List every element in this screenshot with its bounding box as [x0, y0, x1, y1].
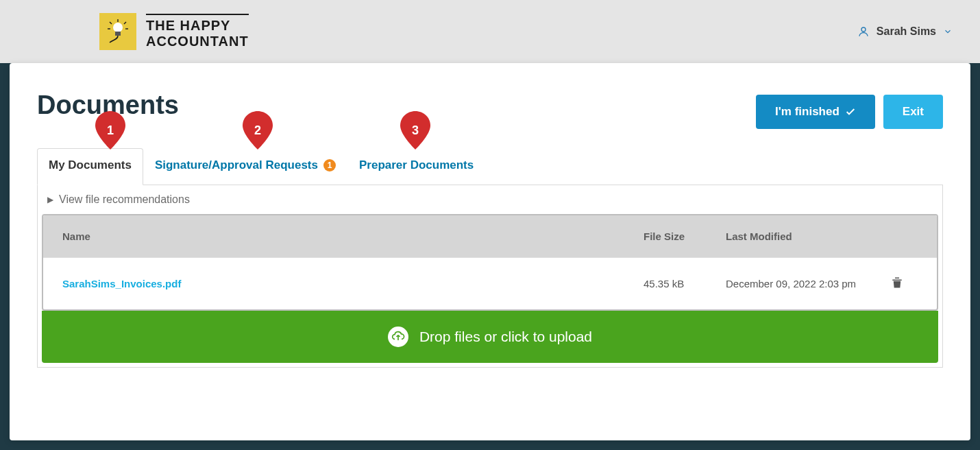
user-menu[interactable]: Sarah Sims — [857, 25, 953, 38]
check-icon — [845, 106, 856, 117]
tab-my-documents-label: My Documents — [49, 158, 132, 172]
tab-my-documents[interactable]: My Documents — [37, 148, 143, 185]
finished-label: I'm finished — [775, 105, 840, 119]
file-table: Name File Size Last Modified SarahSims_I… — [42, 214, 938, 311]
trash-icon — [891, 276, 903, 289]
svg-point-7 — [861, 27, 866, 32]
exit-button[interactable]: Exit — [883, 95, 943, 129]
delete-button[interactable] — [891, 280, 903, 292]
card-header: Documents I'm finished Exit — [37, 91, 943, 129]
exit-label: Exit — [903, 105, 924, 119]
file-size: 45.35 kB — [644, 278, 726, 289]
brand-line1: THE HAPPY — [146, 18, 249, 34]
tab-signature-requests-label: Signature/Approval Requests — [155, 158, 318, 172]
svg-rect-1 — [115, 32, 121, 36]
top-header: THE HAPPY ACCOUNTANT Sarah Sims — [0, 0, 980, 63]
lightbulb-icon — [104, 18, 132, 45]
tab-signature-badge: 1 — [323, 159, 336, 171]
main-card: Documents I'm finished Exit My Documents… — [10, 63, 970, 440]
view-recommendations-toggle[interactable]: ▶ View file recommendations — [38, 185, 942, 214]
triangle-right-icon: ▶ — [47, 195, 53, 204]
brand-text: THE HAPPY ACCOUNTANT — [146, 14, 249, 49]
col-modified-header: Last Modified — [726, 230, 877, 242]
chevron-down-icon — [943, 27, 953, 36]
tab-bar: My Documents Signature/Approval Requests… — [37, 148, 943, 185]
tab-panel: ▶ View file recommendations Name File Si… — [37, 185, 943, 368]
file-modified: December 09, 2022 2:03 pm — [726, 278, 877, 289]
dropzone-label: Drop files or click to upload — [419, 329, 592, 345]
table-header: Name File Size Last Modified — [43, 215, 937, 257]
header-buttons: I'm finished Exit — [756, 95, 943, 129]
finished-button[interactable]: I'm finished — [756, 95, 875, 129]
user-name: Sarah Sims — [877, 25, 936, 38]
view-recommendations-label: View file recommendations — [59, 193, 190, 206]
file-link[interactable]: SarahSims_Invoices.pdf — [62, 278, 181, 289]
dark-frame: Documents I'm finished Exit My Documents… — [0, 63, 980, 450]
tab-preparer-documents[interactable]: Preparer Documents — [347, 148, 485, 185]
brand-line2: ACCOUNTANT — [146, 34, 249, 49]
tab-preparer-documents-label: Preparer Documents — [359, 158, 474, 172]
brand-block: THE HAPPY ACCOUNTANT — [99, 13, 249, 50]
col-actions-header — [877, 230, 918, 242]
brand-rule — [146, 14, 249, 15]
brand-logo — [99, 13, 136, 50]
svg-point-0 — [113, 23, 123, 32]
col-name-header: Name — [62, 230, 644, 242]
svg-line-3 — [110, 22, 112, 24]
table-row: SarahSims_Invoices.pdf 45.35 kB December… — [43, 257, 937, 309]
cloud-upload-icon — [388, 327, 408, 347]
user-icon — [857, 25, 870, 38]
col-size-header: File Size — [644, 230, 726, 242]
upload-dropzone[interactable]: Drop files or click to upload — [42, 311, 938, 363]
svg-line-4 — [124, 22, 126, 24]
page-title: Documents — [37, 91, 179, 120]
tab-signature-requests[interactable]: Signature/Approval Requests 1 — [143, 148, 347, 185]
